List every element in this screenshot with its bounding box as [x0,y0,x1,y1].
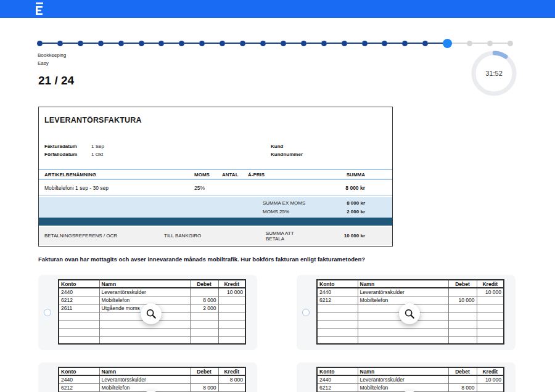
table-cell: 2440 [317,375,358,383]
table-cell [448,304,477,312]
option-4-table: KontoNamnDebetKredit2440Leverantörsskuld… [316,367,504,392]
progress-dot [199,41,205,46]
invoice-column-headers: ARTIKELBENÄMNING MOMS ANTAL Á-PRIS SUMMA [39,169,392,180]
betalningsreferens-label: BETALNINGSREFERENS / OCR [44,233,164,239]
table-cell [59,320,99,328]
table-cell: 8 000 [448,383,477,391]
progress-segment [164,43,179,44]
summa-ex-moms-label: SUMMA EX MOMS [263,200,327,206]
column-header: Namn [99,367,190,375]
table-row [59,328,245,336]
table-cell [190,375,218,383]
column-header: Kredit [218,367,245,375]
progress-dot [118,41,124,46]
progress-segment [452,43,467,44]
table-cell: Mobiltelefon [99,296,190,304]
table-cell [448,375,477,383]
col-moms: MOMS [194,172,222,178]
progress-dot [281,41,286,46]
progress-dot [78,41,83,46]
table-cell: 2440 [59,288,99,296]
table-row: 6212Mobiltelefon8 000 [59,383,245,391]
moms-label: MOMS 25% [263,209,327,214]
option-2-radio[interactable] [302,309,310,316]
table-cell: 2440 [317,288,358,296]
table-cell [99,328,190,336]
item-moms: 25% [194,185,222,191]
table-cell [218,336,245,344]
table-cell [59,328,99,336]
answer-option-1[interactable]: KontoNamnDebetKredit2440Leverantörsskuld… [38,275,257,350]
table-cell [358,336,448,344]
moms-value: 2 000 kr [327,209,365,214]
table-cell [59,312,99,320]
progress-dot [220,41,225,46]
table-cell: 2440 [59,375,99,383]
progress-segment [124,43,139,44]
progress-segment [83,43,98,44]
table-cell [477,312,504,320]
table-cell [218,320,245,328]
table-cell: Leverantörsskulder [99,288,190,296]
progress-dot [139,41,144,46]
table-cell: 6212 [317,383,358,391]
question-counter: 21 / 24 [38,74,74,88]
progress-dot [487,41,493,46]
table-cell: Mobiltelefon [99,383,190,391]
progress-dot [362,41,368,46]
fakturadatum-value: 1 Sep [91,144,104,149]
col-antal: ANTAL [222,172,248,178]
progress-dot [179,41,184,46]
magnifier-zoom-button[interactable] [141,303,162,324]
table-cell [448,328,477,336]
table-cell: 8 000 [218,375,245,383]
item-summa: 8 000 kr [286,185,365,191]
answer-option-4[interactable]: KontoNamnDebetKredit2440Leverantörsskuld… [297,362,516,392]
search-icon [404,308,415,319]
column-header: Kredit [477,280,504,288]
option-3-table: KontoNamnDebetKredit2440Leverantörsskuld… [58,367,246,392]
answer-option-2[interactable]: KontoNamnDebetKredit2440Leverantörsskuld… [297,275,516,350]
progress-segment [144,43,159,44]
table-cell: Leverantörsskulder [99,375,190,383]
column-header: Kredit [218,280,245,288]
progress-segment [205,43,220,44]
invoice-line-item: Mobiltelefoni 1 sep - 30 sep 25% 8 000 k… [39,181,392,196]
table-cell: Mobiltelefon [358,383,448,391]
table-cell: 10 000 [477,375,504,383]
answer-option-3[interactable]: KontoNamnDebetKredit2440Leverantörsskuld… [38,362,257,392]
table-row: 2440Leverantörsskulder8 000 [59,375,245,383]
column-header: Debet [448,280,477,288]
table-cell [59,336,99,344]
table-cell: 10 000 [448,296,477,304]
option-1-radio[interactable] [44,309,51,316]
column-header: Debet [190,280,218,288]
table-cell [477,328,504,336]
table-cell [190,288,218,296]
progress-dot [422,41,428,46]
table-row: 2440Leverantörsskulder10 000 [317,288,504,296]
progress-dot [321,41,327,46]
table-cell [358,328,448,336]
table-cell [218,296,245,304]
progress-segment [286,43,301,44]
course-title: Bookkeeping [38,51,66,59]
progress-dot [98,41,104,46]
invoice-dates: Fakturadatum1 Sep Förfallodatum1 Okt [44,142,104,158]
progress-dot [467,41,472,46]
col-summa: SUMMA [286,172,365,178]
column-header: Debet [448,367,477,375]
course-level: Easy [38,59,66,67]
column-header: Namn [358,367,448,375]
table-cell: Leverantörsskulder [358,375,448,383]
table-row [317,328,504,336]
col-artikel: ARTIKELBENÄMNING [44,172,194,178]
progress-dot [240,41,245,46]
invoice-totals-band: SUMMA EX MOMS 8 000 kr MOMS 25% 2 000 kr [39,197,392,218]
magnifier-zoom-button[interactable] [399,303,420,324]
progress-track [37,38,513,48]
table-cell [190,336,218,344]
table-cell [477,336,504,344]
table-cell: 6212 [59,296,99,304]
progress-dot [260,41,266,46]
